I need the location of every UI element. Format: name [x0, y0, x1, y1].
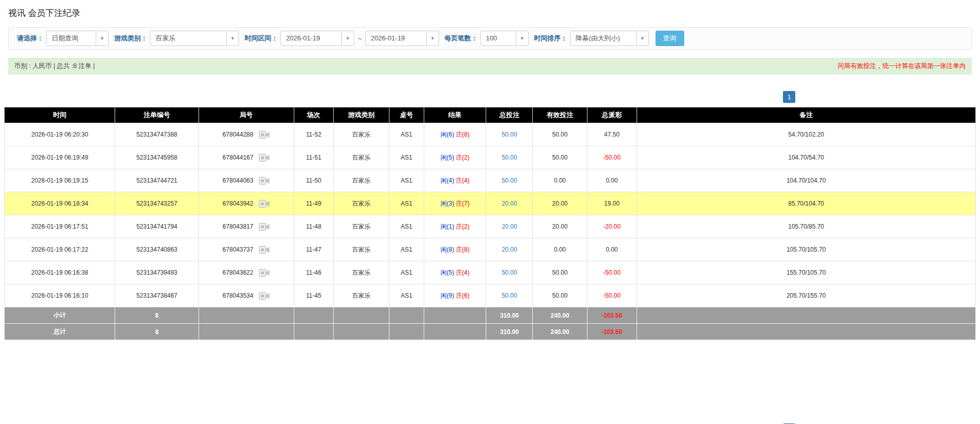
total-bet-link[interactable]: 50.00 [502, 154, 517, 161]
chevron-down-icon[interactable]: ▼ [96, 31, 108, 46]
cell-session: 11-51 [294, 146, 334, 169]
page-size-label: 每页笔数： [445, 34, 478, 43]
video-replay-icon[interactable] [259, 292, 270, 300]
result-banker: 庄(8) [456, 131, 470, 138]
cell-result: 闲(4) 庄(4) [424, 169, 486, 192]
cell-session: 11-49 [294, 192, 334, 215]
cell-valid-bet: 0.00 [533, 169, 587, 192]
total-total-bet: 310.00 [486, 324, 533, 340]
video-replay-icon[interactable] [259, 269, 270, 277]
cell-game: 百家乐 [334, 284, 389, 307]
table-row: 2026-01-19 06:18:34 523134743257 6780439… [5, 192, 976, 215]
total-count: 8 [115, 324, 199, 340]
cell-bet-id: 523134744721 [115, 169, 199, 192]
query-type-label: 请选择： [17, 34, 43, 43]
cell-payout: 19.00 [587, 192, 637, 215]
page-size-value: 100 [481, 31, 516, 46]
subtotal-label: 小计 [5, 307, 115, 324]
total-bet-link[interactable]: 50.00 [502, 131, 517, 138]
total-bet-link[interactable]: 20.00 [502, 246, 517, 253]
page-1-button[interactable]: 1 [783, 91, 795, 103]
time-sort-label: 时间排序： [534, 34, 568, 43]
total-bet-link[interactable]: 50.00 [502, 269, 517, 276]
cell-game: 百家乐 [334, 238, 389, 261]
cell-result: 闲(5) 庄(4) [424, 261, 486, 284]
video-replay-icon[interactable] [259, 222, 270, 231]
subtotal-count: 8 [115, 307, 199, 324]
cell-bet-id: 523134747388 [115, 123, 199, 146]
chevron-down-icon[interactable]: ▼ [226, 31, 238, 46]
round-number: 678043942 [223, 199, 253, 207]
cell-round: 678044288 [199, 123, 294, 146]
game-category-select[interactable]: 百家乐 ▼ [150, 31, 239, 46]
page-size-select[interactable]: 100 ▼ [481, 31, 529, 46]
cell-total-bet: 20.00 [486, 192, 533, 215]
cell-session: 11-45 [294, 284, 334, 307]
video-replay-icon[interactable] [259, 246, 270, 254]
table-row: 2026-01-19 06:19:49 523134745958 6780441… [5, 146, 976, 169]
col-header-table: 桌号 [389, 107, 424, 123]
chevron-down-icon[interactable]: ▼ [341, 31, 354, 46]
video-replay-icon[interactable] [259, 199, 270, 208]
result-banker: 庄(4) [456, 177, 470, 184]
result-player: 闲(3) [441, 200, 454, 207]
cell-result: 闲(3) 庄(7) [424, 192, 486, 215]
cell-valid-bet: 0.00 [533, 238, 587, 261]
cell-result: 闲(8) 庄(8) [424, 238, 486, 261]
total-payout: -103.50 [587, 324, 637, 340]
date-to-select[interactable]: 2026-01-19 ▼ [365, 31, 439, 46]
cell-game: 百家乐 [334, 146, 389, 169]
total-bet-link[interactable]: 50.00 [502, 292, 517, 299]
cell-bet-id: 523134739493 [115, 261, 199, 284]
page-root: 视讯 会员下注纪录 请选择： 日期查询 ▼ 游戏类别： 百家乐 ▼ 时间区间： … [0, 0, 980, 424]
cell-note: 104.70/54.70 [637, 146, 975, 169]
cell-total-bet: 20.00 [486, 238, 533, 261]
cell-total-bet: 50.00 [486, 284, 533, 307]
cell-round: 678043622 [199, 261, 294, 284]
result-player: 闲(5) [441, 269, 454, 276]
table-row: 2026-01-19 06:16:10 523134738467 6780435… [5, 284, 976, 307]
cell-total-bet: 50.00 [486, 169, 533, 192]
cell-game: 百家乐 [334, 169, 389, 192]
date-from-value: 2026-01-19 [281, 31, 341, 46]
date-from-select[interactable]: 2026-01-19 ▼ [280, 31, 354, 46]
table-body: 2026-01-19 06:20:30 523134747388 6780442… [5, 123, 976, 307]
cell-time: 2026-01-19 06:17:51 [5, 215, 115, 238]
video-replay-icon[interactable] [259, 153, 270, 162]
cell-round: 678044167 [199, 146, 294, 169]
total-bet-link[interactable]: 20.00 [502, 223, 517, 230]
table-row: 2026-01-19 06:20:30 523134747388 6780442… [5, 123, 976, 146]
subtotal-row: 小计 8 310.00 240.00 -103.50 [5, 307, 976, 324]
col-header-note: 备注 [637, 107, 975, 123]
filter-bar: 请选择： 日期查询 ▼ 游戏类别： 百家乐 ▼ 时间区间： 2026-01-19… [8, 27, 972, 50]
cell-table: AS1 [389, 284, 424, 307]
col-header-session: 场次 [294, 107, 334, 123]
col-header-payout: 总派彩 [587, 107, 637, 123]
cell-note: 155.70/105.70 [637, 261, 975, 284]
cell-time: 2026-01-19 06:18:34 [5, 192, 115, 215]
result-banker: 庄(6) [456, 292, 470, 299]
cell-note: 105.70/85.70 [637, 215, 975, 238]
cell-round: 678043534 [199, 284, 294, 307]
time-sort-value: 降幕(由大到小) [571, 31, 636, 46]
result-banker: 庄(7) [456, 200, 470, 207]
time-sort-select[interactable]: 降幕(由大到小) ▼ [570, 31, 649, 46]
col-header-time: 时间 [5, 107, 115, 123]
chevron-down-icon[interactable]: ▼ [516, 31, 528, 46]
cell-valid-bet: 50.00 [533, 146, 587, 169]
cell-round: 678043942 [199, 192, 294, 215]
video-replay-icon[interactable] [259, 130, 270, 139]
cell-session: 11-52 [294, 123, 334, 146]
search-button[interactable]: 查询 [656, 31, 684, 46]
total-bet-link[interactable]: 20.00 [502, 200, 517, 207]
cell-result: 闲(9) 庄(6) [424, 284, 486, 307]
chevron-down-icon[interactable]: ▼ [426, 31, 439, 46]
query-type-select[interactable]: 日期查询 ▼ [46, 31, 108, 46]
table-row: 2026-01-19 06:19:15 523134744721 6780440… [5, 169, 976, 192]
chevron-down-icon[interactable]: ▼ [636, 31, 648, 46]
result-player: 闲(9) [441, 292, 454, 299]
video-replay-icon[interactable] [259, 176, 270, 185]
total-bet-link[interactable]: 50.00 [502, 177, 517, 184]
same-round-notice-text: 同局有效投注，统一计算在该局第一张注单内 [838, 62, 966, 71]
cell-result: 闲(5) 庄(2) [424, 146, 486, 169]
